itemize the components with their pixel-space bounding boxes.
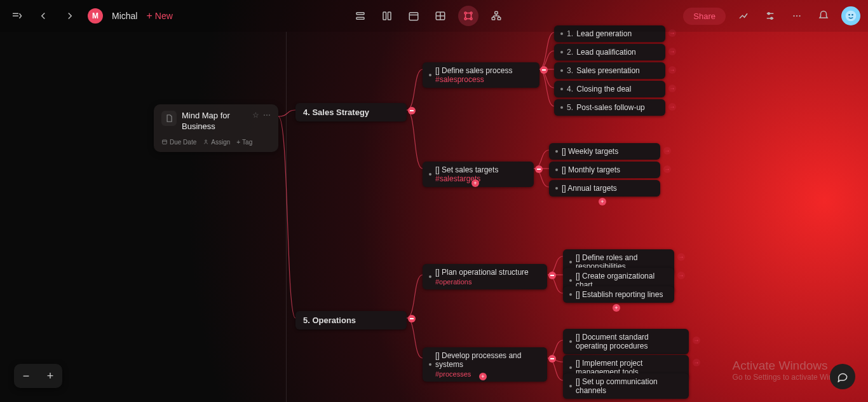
expand-handle[interactable]: [693, 359, 700, 366]
node-sales-strategy[interactable]: 4. Sales Strategy: [295, 103, 407, 121]
chat-button[interactable]: [830, 364, 855, 389]
node-monthly-targets[interactable]: [] Monthly targets: [549, 162, 660, 178]
svg-point-35: [851, 14, 853, 15]
vertical-guideline: [286, 32, 287, 402]
root-title: Mind Map for Business: [182, 111, 247, 132]
expand-handle[interactable]: [668, 48, 676, 55]
plus-icon: +: [146, 10, 152, 22]
node-closing-deal[interactable]: 4. Closing the deal: [554, 81, 665, 97]
svg-point-11: [465, 12, 466, 14]
due-date-meta[interactable]: Due Date: [161, 139, 196, 146]
svg-rect-2: [356, 13, 364, 15]
collapse-handle[interactable]: [535, 165, 543, 173]
svg-point-14: [470, 18, 472, 20]
svg-point-32: [799, 15, 800, 17]
expand-handle[interactable]: [677, 272, 685, 279]
node-define-sales-process[interactable]: [] Define sales process #salesprocess: [423, 62, 539, 88]
svg-rect-6: [409, 13, 418, 20]
svg-point-30: [793, 15, 794, 17]
node-lead-qualification[interactable]: 2. Lead qualification: [554, 44, 665, 60]
collapse-sidebar-icon[interactable]: [8, 7, 25, 25]
assign-meta[interactable]: Assign: [203, 139, 230, 146]
zoom-in-button[interactable]: +: [38, 364, 62, 388]
new-button[interactable]: + New: [146, 10, 172, 22]
forward-icon[interactable]: [61, 7, 79, 25]
add-child-handle[interactable]: [471, 179, 479, 187]
collapse-handle[interactable]: [540, 66, 548, 74]
new-label: New: [155, 11, 173, 21]
node-reporting-lines[interactable]: [] Establish reporting lines: [563, 286, 674, 303]
add-child-handle[interactable]: [479, 373, 487, 380]
node-post-sales[interactable]: 5. Post-sales follow-up: [554, 99, 665, 116]
hashtag: #salesprocess: [435, 75, 484, 84]
collapse-handle[interactable]: [548, 272, 556, 279]
hashtag: #operations: [435, 278, 529, 286]
expand-handle[interactable]: [668, 66, 676, 74]
node-sales-presentation[interactable]: 3. Sales presentation: [554, 62, 665, 79]
node-plan-operational-structure[interactable]: [] Plan operational structure #operation…: [423, 264, 547, 289]
mindmap-canvas[interactable]: Mind Map for Business ☆ ⋯ Due Date Assig…: [0, 32, 868, 402]
topbar: M Michal + New Share: [0, 0, 868, 32]
zoom-out-button[interactable]: −: [14, 364, 38, 388]
node-annual-targets[interactable]: [] Annual targets: [549, 180, 660, 197]
share-button[interactable]: Share: [683, 8, 726, 25]
analytics-icon[interactable]: [735, 7, 752, 25]
document-icon: [161, 111, 177, 126]
expand-handle[interactable]: [663, 147, 671, 155]
hashtag: #processes: [435, 370, 541, 378]
view-list-icon[interactable]: [351, 7, 369, 25]
svg-point-12: [470, 12, 472, 14]
view-table-icon[interactable]: [431, 7, 449, 25]
node-comm-channels[interactable]: [] Set up communication channels: [563, 373, 689, 399]
card-more-icon[interactable]: ⋯: [263, 111, 271, 120]
node-operations[interactable]: 5. Operations: [295, 311, 407, 329]
username[interactable]: Michal: [112, 11, 137, 21]
collapse-handle[interactable]: [408, 315, 416, 322]
node-weekly-targets[interactable]: [] Weekly targets: [549, 143, 660, 160]
expand-handle[interactable]: [677, 253, 685, 261]
bullet-icon: [429, 173, 431, 176]
tag-meta[interactable]: + Tag: [236, 139, 252, 146]
svg-point-38: [205, 140, 207, 142]
collapse-handle[interactable]: [408, 107, 416, 114]
collapse-handle[interactable]: [548, 355, 556, 363]
svg-point-13: [465, 18, 466, 20]
bullet-icon: [429, 74, 431, 76]
avatar[interactable]: [841, 6, 860, 25]
user-initial: M: [88, 8, 103, 24]
zoom-controls: − +: [14, 364, 62, 388]
svg-rect-19: [494, 11, 498, 14]
notification-icon[interactable]: [815, 7, 832, 25]
svg-point-34: [848, 14, 850, 15]
view-calendar-icon[interactable]: [405, 7, 423, 25]
expand-handle[interactable]: [663, 165, 671, 173]
settings-slider-icon[interactable]: [761, 7, 779, 25]
svg-rect-4: [383, 12, 386, 20]
star-icon[interactable]: ☆: [252, 111, 259, 120]
svg-rect-36: [163, 140, 167, 144]
view-org-icon[interactable]: [487, 7, 505, 25]
expand-handle[interactable]: [668, 85, 676, 92]
view-board-icon[interactable]: [378, 7, 396, 25]
expand-handle[interactable]: [668, 103, 676, 111]
svg-rect-21: [498, 17, 501, 20]
svg-rect-5: [388, 12, 391, 20]
add-child-handle[interactable]: [599, 198, 606, 205]
add-child-handle[interactable]: [613, 304, 620, 312]
svg-point-31: [796, 15, 797, 17]
expand-handle[interactable]: [693, 336, 700, 344]
svg-rect-3: [356, 17, 364, 19]
root-node-card[interactable]: Mind Map for Business ☆ ⋯ Due Date Assig…: [154, 104, 278, 152]
back-icon[interactable]: [34, 7, 52, 25]
svg-rect-20: [492, 17, 495, 20]
node-sop[interactable]: [] Document standard operating procedure…: [563, 329, 689, 354]
view-mindmap-icon[interactable]: [458, 6, 478, 26]
svg-point-33: [846, 11, 857, 22]
more-icon[interactable]: [788, 7, 806, 25]
